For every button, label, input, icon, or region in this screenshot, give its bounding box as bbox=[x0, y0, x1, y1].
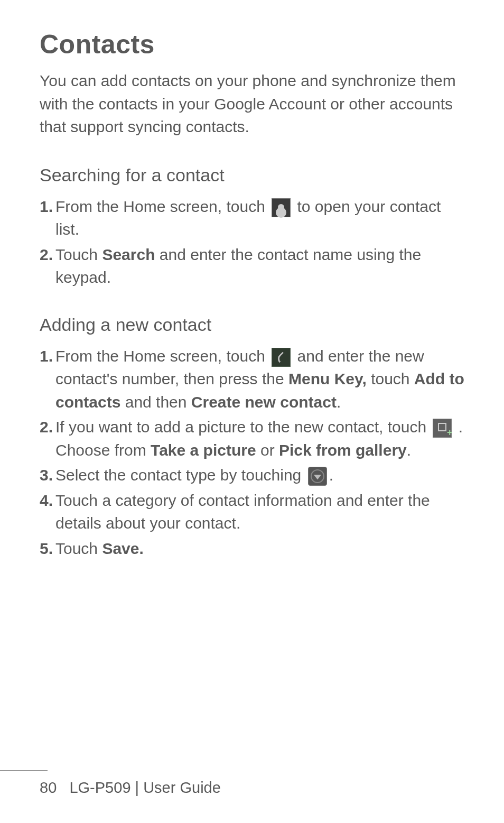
text-bold: Save. bbox=[102, 540, 143, 557]
list-body: Touch Save. bbox=[55, 537, 467, 560]
text: . bbox=[329, 466, 333, 484]
text: Touch a category of contact information … bbox=[55, 492, 430, 532]
section-searching: Searching for a contact 1. From the Home… bbox=[40, 165, 467, 289]
text: and then bbox=[120, 393, 191, 411]
text-bold: Pick from gallery bbox=[279, 441, 407, 459]
dropdown-icon bbox=[308, 467, 327, 486]
list-number: 1. bbox=[40, 195, 55, 241]
text: . bbox=[407, 441, 411, 459]
list-item: 2. If you want to add a picture to the n… bbox=[40, 415, 467, 461]
text: Select the contact type by touching bbox=[55, 466, 306, 484]
contacts-icon bbox=[272, 198, 291, 217]
text: or bbox=[256, 441, 279, 459]
footer-text: 80 LG-P509 | User Guide bbox=[40, 779, 504, 797]
list-number: 1. bbox=[40, 345, 55, 414]
list-body: Touch Search and enter the contact name … bbox=[55, 243, 467, 289]
list-item: 1. From the Home screen, touch and enter… bbox=[40, 345, 467, 414]
list-body: From the Home screen, touch to open your… bbox=[55, 195, 467, 241]
section-heading-adding: Adding a new contact bbox=[40, 315, 467, 335]
text: Touch bbox=[55, 540, 102, 557]
list-number: 2. bbox=[40, 243, 55, 289]
add-photo-icon bbox=[433, 419, 452, 438]
list-item: 2. Touch Search and enter the contact na… bbox=[40, 243, 467, 289]
page-number: 80 bbox=[40, 779, 57, 796]
list-item: 3. Select the contact type by touching . bbox=[40, 464, 467, 487]
list-body: From the Home screen, touch and enter th… bbox=[55, 345, 467, 414]
list-number: 5. bbox=[40, 537, 55, 560]
list-body: Touch a category of contact information … bbox=[55, 489, 467, 535]
page-footer: 80 LG-P509 | User Guide bbox=[0, 770, 504, 797]
text-bold: Menu Key, bbox=[288, 370, 367, 387]
text: . bbox=[337, 393, 341, 411]
list-item: 1. From the Home screen, touch to open y… bbox=[40, 195, 467, 241]
section-heading-searching: Searching for a contact bbox=[40, 165, 467, 186]
text: From the Home screen, touch bbox=[55, 198, 269, 215]
intro-text: You can add contacts on your phone and s… bbox=[40, 69, 467, 138]
text-bold: Search bbox=[102, 246, 155, 263]
text: Touch bbox=[55, 246, 102, 263]
text: If you want to add a picture to the new … bbox=[55, 418, 431, 436]
page-title: Contacts bbox=[40, 29, 467, 60]
list-item: 4. Touch a category of contact informati… bbox=[40, 489, 467, 535]
model-name: LG-P509 bbox=[69, 779, 130, 796]
footer-sep: | bbox=[131, 779, 144, 796]
text-bold: Take a picture bbox=[151, 441, 256, 459]
list-body: Select the contact type by touching . bbox=[55, 464, 467, 487]
list-number: 3. bbox=[40, 464, 55, 487]
list-item: 5. Touch Save. bbox=[40, 537, 467, 560]
text: From the Home screen, touch bbox=[55, 347, 269, 365]
section-adding: Adding a new contact 1. From the Home sc… bbox=[40, 315, 467, 560]
text: touch bbox=[367, 370, 414, 387]
list-body: If you want to add a picture to the new … bbox=[55, 415, 467, 461]
footer-divider bbox=[0, 770, 48, 771]
phone-icon bbox=[272, 348, 291, 367]
guide-label: User Guide bbox=[143, 779, 221, 796]
text-bold: Create new contact bbox=[191, 393, 337, 411]
list-number: 2. bbox=[40, 415, 55, 461]
list-number: 4. bbox=[40, 489, 55, 535]
